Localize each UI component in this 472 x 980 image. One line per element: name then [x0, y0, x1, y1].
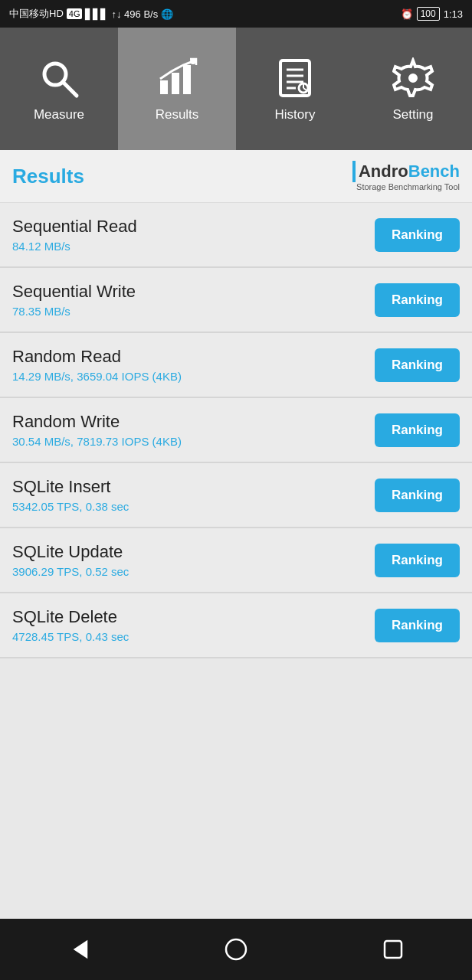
result-info-4: SQLite Insert 5342.05 TPS, 0.38 sec — [12, 477, 129, 513]
brand-accent — [352, 161, 356, 182]
ranking-button-3[interactable]: Ranking — [375, 413, 460, 447]
data-speed: ↑↓ 496 B/s — [111, 8, 158, 20]
result-value-3: 30.54 MB/s, 7819.73 IOPS (4KB) — [12, 435, 182, 448]
result-value-5: 3906.29 TPS, 0.52 sec — [12, 565, 129, 578]
result-value-2: 14.29 MB/s, 3659.04 IOPS (4KB) — [12, 370, 182, 383]
setting-icon — [390, 55, 436, 101]
bottom-nav — [0, 919, 472, 980]
result-row-0: Sequential Read 84.12 MB/s Ranking — [0, 203, 472, 268]
result-info-2: Random Read 14.29 MB/s, 3659.04 IOPS (4K… — [12, 347, 182, 383]
result-value-4: 5342.05 TPS, 0.38 sec — [12, 500, 129, 513]
result-name-3: Random Write — [12, 412, 182, 432]
result-info-5: SQLite Update 3906.29 TPS, 0.52 sec — [12, 542, 129, 578]
result-row-3: Random Write 30.54 MB/s, 7819.73 IOPS (4… — [0, 398, 472, 463]
page-title: Results — [12, 165, 84, 188]
result-info-3: Random Write 30.54 MB/s, 7819.73 IOPS (4… — [12, 412, 182, 448]
status-left: 中国移动HD 4G ▋▋▋ ↑↓ 496 B/s 🌐 — [9, 7, 173, 21]
tab-measure[interactable]: Measure — [0, 28, 118, 150]
alarm-icon: ⏰ — [401, 8, 413, 20]
ranking-button-4[interactable]: Ranking — [375, 479, 460, 512]
time-display: 1:13 — [444, 8, 463, 20]
svg-point-17 — [226, 939, 246, 959]
results-list: Sequential Read 84.12 MB/s Ranking Seque… — [0, 203, 472, 919]
results-header: Results AndroBench Storage Benchmarking … — [0, 150, 472, 203]
result-name-4: SQLite Insert — [12, 477, 129, 497]
results-icon — [154, 55, 200, 101]
ranking-button-6[interactable]: Ranking — [375, 609, 460, 642]
svg-marker-16 — [75, 942, 87, 957]
measure-icon — [36, 55, 82, 101]
tab-results[interactable]: Results — [118, 28, 236, 150]
result-info-0: Sequential Read 84.12 MB/s — [12, 217, 137, 253]
svg-rect-2 — [160, 80, 168, 94]
ranking-button-2[interactable]: Ranking — [375, 348, 460, 382]
result-name-6: SQLite Delete — [12, 607, 129, 627]
carrier-text: 中国移动HD — [9, 7, 64, 21]
network-type: 4G — [67, 8, 83, 19]
svg-rect-18 — [385, 941, 402, 958]
result-name-0: Sequential Read — [12, 217, 137, 237]
ranking-button-1[interactable]: Ranking — [375, 283, 460, 317]
result-value-1: 78.35 MB/s — [12, 305, 136, 318]
result-row-4: SQLite Insert 5342.05 TPS, 0.38 sec Rank… — [0, 463, 472, 528]
result-name-2: Random Read — [12, 347, 182, 367]
result-row-6: SQLite Delete 4728.45 TPS, 0.43 sec Rank… — [0, 593, 472, 658]
setting-label: Setting — [393, 107, 434, 122]
nav-tabs: Measure Results — [0, 28, 472, 150]
history-icon — [272, 55, 318, 101]
result-name-1: Sequential Write — [12, 282, 136, 302]
home-button[interactable] — [221, 934, 251, 965]
globe-icon: 🌐 — [161, 8, 173, 20]
back-button[interactable] — [64, 934, 94, 965]
brand-logo: AndroBench Storage Benchmarking Tool — [352, 161, 460, 191]
status-right: ⏰ 100 1:13 — [401, 7, 463, 21]
battery-icon: 100 — [417, 7, 440, 21]
brand-sub: Storage Benchmarking Tool — [356, 182, 460, 191]
result-info-6: SQLite Delete 4728.45 TPS, 0.43 sec — [12, 607, 129, 643]
result-row-2: Random Read 14.29 MB/s, 3659.04 IOPS (4K… — [0, 333, 472, 398]
measure-label: Measure — [34, 107, 84, 122]
svg-line-1 — [63, 82, 77, 96]
result-row-1: Sequential Write 78.35 MB/s Ranking — [0, 268, 472, 333]
svg-rect-4 — [183, 65, 191, 94]
tab-history[interactable]: History — [236, 28, 354, 150]
result-row-5: SQLite Update 3906.29 TPS, 0.52 sec Rank… — [0, 528, 472, 593]
tab-setting[interactable]: Setting — [354, 28, 472, 150]
ranking-button-5[interactable]: Ranking — [375, 544, 460, 577]
result-value-0: 84.12 MB/s — [12, 240, 137, 253]
status-bar: 中国移动HD 4G ▋▋▋ ↑↓ 496 B/s 🌐 ⏰ 100 1:13 — [0, 0, 472, 28]
result-value-6: 4728.45 TPS, 0.43 sec — [12, 630, 129, 643]
result-info-1: Sequential Write 78.35 MB/s — [12, 282, 136, 318]
ranking-button-0[interactable]: Ranking — [375, 218, 460, 252]
brand-name: AndroBench — [359, 162, 460, 181]
result-name-5: SQLite Update — [12, 542, 129, 562]
history-label: History — [275, 107, 316, 122]
signal-bars: ▋▋▋ — [85, 8, 108, 20]
results-label: Results — [156, 107, 199, 122]
square-button[interactable] — [378, 934, 408, 965]
svg-rect-3 — [172, 73, 179, 94]
